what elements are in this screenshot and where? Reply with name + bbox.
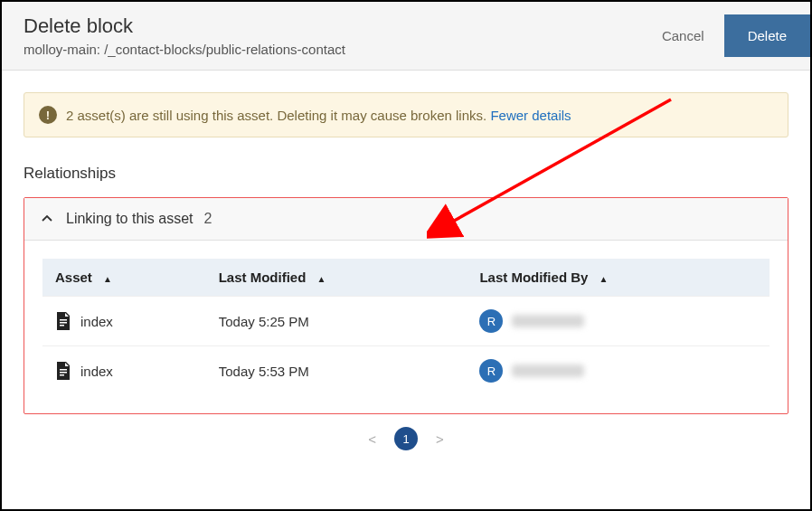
dialog-title: Delete block [24, 14, 642, 38]
cancel-button[interactable]: Cancel [642, 14, 724, 57]
sort-arrow-icon: ▲ [317, 274, 326, 284]
asset-name: index [80, 364, 113, 379]
last-modified: Today 5:25 PM [206, 297, 467, 346]
avatar: R [479, 309, 503, 333]
asset-name: index [80, 314, 113, 329]
prev-page-button[interactable]: < [368, 431, 376, 447]
avatar: R [479, 359, 503, 383]
fewer-details-link[interactable]: Fewer details [490, 108, 571, 123]
next-page-button[interactable]: > [436, 431, 444, 447]
svg-rect-2 [60, 325, 64, 326]
panel-count: 2 [204, 211, 212, 227]
page-1-button[interactable]: 1 [394, 427, 418, 450]
svg-rect-3 [60, 369, 67, 371]
asset-path: molloy-main: /_contact-blocks/public-rel… [24, 42, 642, 57]
page-icon [55, 362, 71, 380]
page-icon [55, 312, 71, 330]
col-last-modified-by[interactable]: Last Modified By ▲ [467, 259, 770, 297]
relationships-heading: Relationships [24, 165, 788, 183]
linking-table: Asset ▲ Last Modified ▲ Last Modified By… [42, 259, 770, 395]
panel-title: Linking to this asset [66, 211, 194, 227]
svg-rect-0 [60, 319, 67, 321]
chevron-up-icon [41, 213, 53, 225]
user-name-redacted [512, 364, 584, 377]
dialog-header: Delete block molloy-main: /_contact-bloc… [2, 2, 810, 71]
warning-text: 2 asset(s) are still using this asset. D… [66, 108, 486, 123]
last-modified: Today 5:53 PM [206, 346, 467, 396]
warning-icon: ! [39, 106, 57, 124]
svg-rect-4 [60, 372, 67, 374]
user-name-redacted [512, 315, 584, 327]
sort-arrow-icon: ▲ [600, 274, 609, 284]
linking-panel: Linking to this asset 2 Asset ▲ Last Mod… [24, 197, 788, 414]
svg-rect-5 [60, 374, 64, 376]
col-asset[interactable]: Asset ▲ [42, 259, 206, 297]
pagination: < 1 > [24, 427, 788, 450]
warning-banner: ! 2 asset(s) are still using this asset.… [24, 92, 788, 137]
panel-toggle[interactable]: Linking to this asset 2 [24, 198, 788, 241]
table-row[interactable]: index Today 5:25 PM R [42, 297, 770, 346]
svg-rect-1 [60, 322, 67, 324]
col-last-modified[interactable]: Last Modified ▲ [206, 259, 467, 297]
delete-button[interactable]: Delete [724, 14, 810, 57]
sort-arrow-icon: ▲ [103, 274, 112, 284]
table-row[interactable]: index Today 5:53 PM R [42, 346, 770, 396]
